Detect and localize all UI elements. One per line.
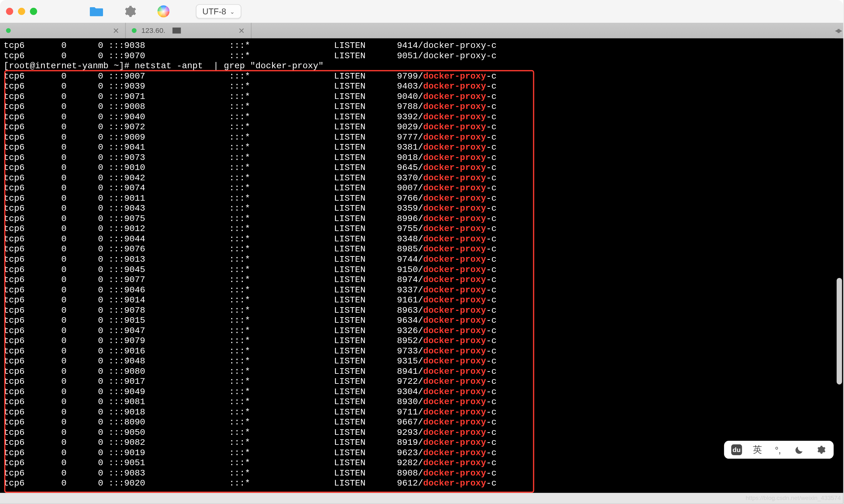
status-dot-icon: [132, 28, 137, 33]
tab-close-icon[interactable]: ✕: [113, 26, 119, 35]
tab-strip: ✕ 123.60. ✕ ◀▶: [0, 23, 843, 38]
gear-icon[interactable]: [816, 444, 826, 455]
folder-icon[interactable]: [88, 3, 105, 20]
window-controls: [6, 8, 37, 15]
titlebar: UTF-8 ⌄: [0, 0, 843, 23]
moon-icon[interactable]: [794, 444, 805, 455]
tab-session-1[interactable]: ✕: [0, 23, 126, 38]
tab-overflow-icon[interactable]: ◀▶: [835, 27, 841, 34]
terminal-area[interactable]: tcp6 0 0 :::9038 :::* LISTEN 9414/docker…: [0, 38, 843, 503]
scrollbar-thumb[interactable]: [837, 278, 842, 385]
baidu-icon[interactable]: du: [731, 444, 742, 455]
window-minimize-button[interactable]: [18, 8, 25, 15]
gear-icon[interactable]: [122, 3, 138, 20]
scrollbar-track[interactable]: [837, 77, 842, 497]
ime-mode-label[interactable]: 英: [753, 444, 762, 455]
window-maximize-button[interactable]: [30, 8, 37, 15]
redacted-block: [173, 28, 181, 34]
tab-session-2[interactable]: 123.60. ✕: [126, 23, 252, 38]
encoding-select[interactable]: UTF-8 ⌄: [196, 4, 241, 18]
watermark-url: https://blog.csdn.net/weixin_433574: [746, 494, 841, 501]
encoding-label: UTF-8: [202, 6, 226, 16]
punctuation-icon[interactable]: °,: [773, 444, 783, 455]
color-wheel-icon[interactable]: [155, 3, 172, 20]
ime-toolbar[interactable]: du 英 °,: [724, 441, 834, 458]
chevron-down-icon: ⌄: [230, 8, 234, 15]
tab-close-icon[interactable]: ✕: [238, 26, 245, 35]
terminal-output: tcp6 0 0 :::9038 :::* LISTEN 9414/docker…: [2, 38, 835, 489]
bottom-strip: [0, 493, 843, 503]
tab-label: 123.60.: [141, 26, 165, 35]
status-dot-icon: [6, 28, 11, 33]
window-close-button[interactable]: [6, 8, 13, 15]
svg-point-0: [158, 5, 169, 17]
